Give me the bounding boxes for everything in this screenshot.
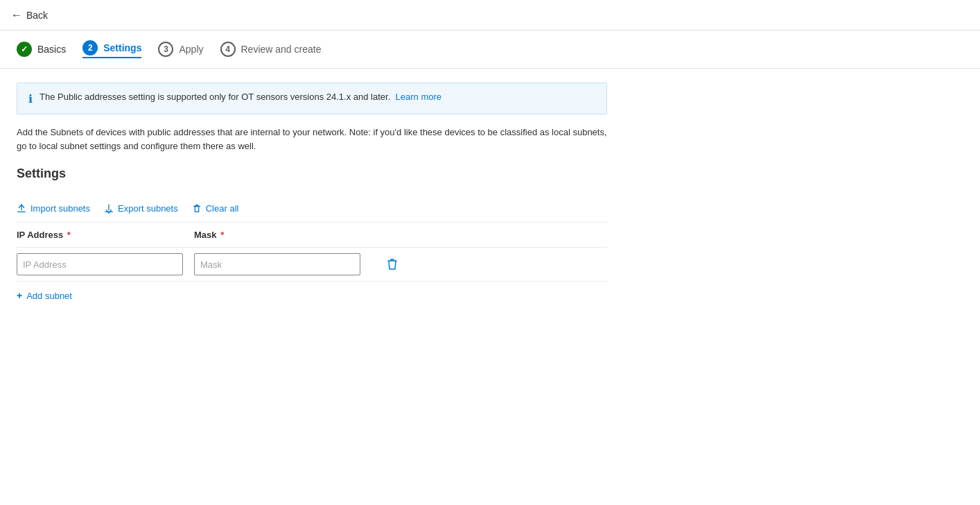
- import-icon: [17, 204, 26, 214]
- section-title: Settings: [17, 166, 607, 181]
- step-apply[interactable]: 3 Apply: [158, 42, 203, 57]
- step-2-label: Settings: [103, 42, 141, 53]
- ip-required-star: *: [64, 230, 71, 240]
- export-subnets-button[interactable]: Export subnets: [104, 200, 178, 216]
- step-basics[interactable]: Basics: [17, 42, 66, 57]
- ip-address-input[interactable]: [17, 253, 183, 275]
- actions-column-header: [371, 230, 413, 240]
- clear-all-label: Clear all: [206, 203, 239, 214]
- toolbar: Import subnets Export subnets Clear all: [17, 195, 607, 223]
- mask-column-header: Mask *: [194, 230, 360, 240]
- step-4-label: Review and create: [241, 44, 322, 55]
- step-2-number: 2: [88, 43, 93, 53]
- steps-bar: Basics 2 Settings 3 Apply 4 Review and c…: [0, 31, 980, 69]
- step-3-circle: 3: [158, 42, 173, 57]
- info-text: The Public addresses setting is supporte…: [40, 92, 441, 102]
- learn-more-link[interactable]: Learn more: [396, 92, 441, 102]
- step-2-circle: 2: [82, 40, 98, 55]
- ip-address-column-header: IP Address *: [17, 230, 183, 240]
- step-settings[interactable]: 2 Settings: [82, 40, 141, 58]
- step-3-label: Apply: [179, 44, 203, 55]
- export-label: Export subnets: [118, 203, 178, 214]
- plus-icon: +: [17, 290, 22, 301]
- step-1-label: Basics: [37, 44, 66, 55]
- checkmark-icon: [21, 44, 28, 54]
- info-banner: ℹ The Public addresses setting is suppor…: [17, 83, 607, 114]
- step-4-number: 4: [225, 44, 230, 54]
- clear-all-button[interactable]: Clear all: [192, 200, 239, 216]
- mask-required-star: *: [218, 230, 225, 240]
- mask-input[interactable]: [194, 253, 360, 275]
- add-subnet-button[interactable]: + Add subnet: [17, 282, 72, 309]
- delete-row-button[interactable]: [371, 255, 413, 273]
- info-icon: ℹ: [28, 92, 33, 105]
- trash-icon: [387, 258, 398, 271]
- back-button[interactable]: ← Back: [11, 9, 48, 22]
- import-label: Import subnets: [30, 203, 90, 214]
- step-review[interactable]: 4 Review and create: [220, 42, 322, 57]
- back-arrow-icon: ←: [11, 9, 22, 22]
- back-label: Back: [26, 10, 48, 21]
- add-subnet-label: Add subnet: [26, 291, 72, 301]
- description-text: Add the Subnets of devices with public a…: [17, 126, 607, 153]
- import-subnets-button[interactable]: Import subnets: [17, 200, 90, 216]
- step-1-circle: [17, 42, 32, 57]
- step-3-number: 3: [164, 44, 168, 54]
- table-header: IP Address * Mask *: [17, 223, 607, 248]
- clear-icon: [192, 204, 202, 214]
- step-4-circle: 4: [220, 42, 236, 57]
- export-icon: [104, 204, 114, 214]
- top-bar: ← Back: [0, 0, 980, 31]
- main-content: ℹ The Public addresses setting is suppor…: [0, 69, 624, 323]
- table-row: [17, 248, 607, 282]
